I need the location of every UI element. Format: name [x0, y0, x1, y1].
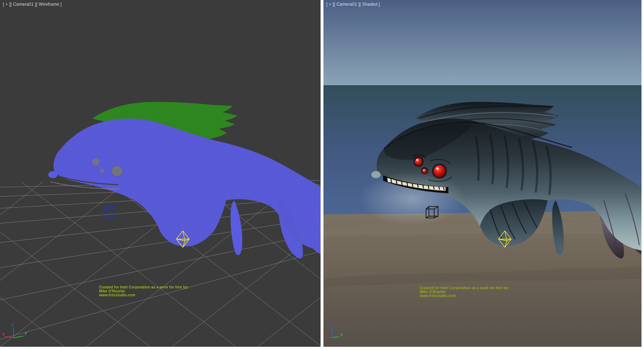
credit-text-object[interactable]: Created for Intel Corporation as a work …: [99, 285, 189, 297]
dual-viewport-canvas: X y Z [ + ][ Camera01 ][ Wireframe ] Cre…: [0, 0, 644, 350]
viewport-shaded[interactable]: x y z [ + ][ Camera01 ][ Shaded ] Create…: [323, 0, 641, 347]
fish-eye-small: [422, 169, 427, 174]
viewport-menu-pov[interactable]: [ Camera01 ]: [334, 2, 360, 7]
credit-line-2: Mike O'Rourke: [99, 289, 189, 293]
viewport-menu-shading[interactable]: [ Shaded ]: [360, 2, 380, 7]
viewport-menu-shading[interactable]: [ Wireframe ]: [36, 2, 62, 7]
fish-tail-fin-a: [231, 200, 243, 255]
fish-eye-large: [112, 166, 122, 176]
viewport-wireframe[interactable]: X y Z [ + ][ Camera01 ][ Wireframe ] Cre…: [0, 0, 321, 347]
fish-mesh-wireframe[interactable]: [48, 102, 321, 258]
fish-eye-top: [415, 158, 423, 166]
jaw-highlight: [359, 172, 465, 225]
axis-x-label: X: [2, 332, 5, 336]
credit-line-3: www.fritzstudio.com: [99, 293, 189, 297]
fish-snout: [371, 171, 381, 178]
box-helper[interactable]: [103, 206, 116, 218]
fish-body-stipple: [54, 118, 321, 251]
axis-y-label: y: [25, 331, 27, 335]
viewport-menu-general[interactable]: [ + ]: [3, 2, 10, 7]
sky: [323, 0, 641, 85]
credit-line-1: Created for Intel Corporation as a work …: [420, 286, 509, 290]
fish-eye-small: [100, 169, 104, 173]
credit-line-2: Mike O'Rourke: [420, 290, 509, 294]
viewport-label-right: [ + ][ Camera01 ][ Shaded ]: [326, 2, 380, 7]
axis-y-label: y: [341, 332, 343, 336]
fish-eye-large: [434, 165, 446, 177]
axis-x-label: x: [325, 332, 327, 336]
credit-line-1: Created for Intel Corporation as a work …: [99, 285, 189, 289]
viewport-menu-general[interactable]: [ + ]: [326, 2, 334, 7]
viewport-menu-pov[interactable]: [ Camera01 ]: [10, 2, 36, 7]
axis-z-label: z: [330, 322, 332, 326]
viewport-label-left: [ + ][ Camera01 ][ Wireframe ]: [3, 2, 62, 7]
credit-text-object[interactable]: Created for Intel Corporation as a work …: [420, 286, 509, 298]
fish-eye-top: [92, 158, 99, 165]
credit-line-3: www.fritzstudio.com: [420, 294, 509, 298]
axis-z-label: Z: [11, 322, 14, 327]
